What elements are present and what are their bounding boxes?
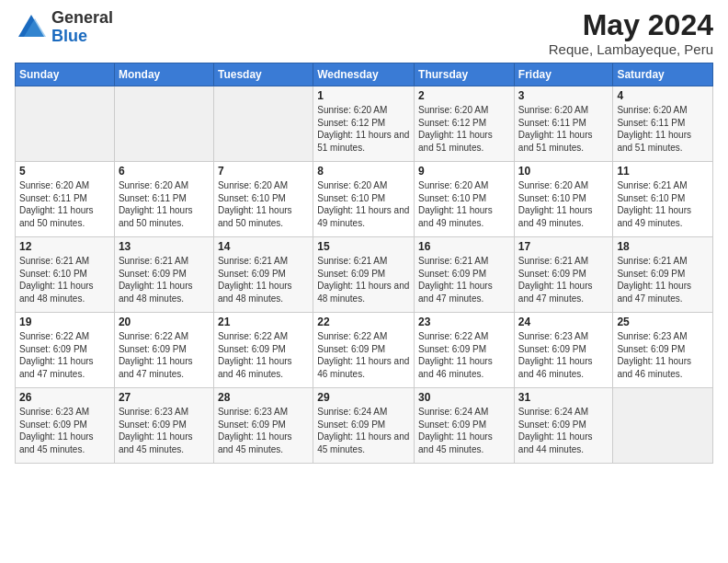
day-info: Sunrise: 6:22 AMSunset: 6:09 PMDaylight:… <box>19 330 110 380</box>
day-info: Sunrise: 6:20 AMSunset: 6:11 PMDaylight:… <box>518 104 609 154</box>
day-info: Sunrise: 6:20 AMSunset: 6:12 PMDaylight:… <box>317 104 410 154</box>
day-info: Sunrise: 6:21 AMSunset: 6:10 PMDaylight:… <box>617 179 709 229</box>
day-number: 14 <box>218 240 309 253</box>
day-number: 29 <box>317 391 410 404</box>
table-row: 21Sunrise: 6:22 AMSunset: 6:09 PMDayligh… <box>213 313 313 388</box>
subtitle: Reque, Lambayeque, Peru <box>549 41 713 57</box>
table-row: 24Sunrise: 6:23 AMSunset: 6:09 PMDayligh… <box>514 313 613 388</box>
calendar-week-2: 12Sunrise: 6:21 AMSunset: 6:10 PMDayligh… <box>16 237 713 313</box>
table-row: 8Sunrise: 6:20 AMSunset: 6:10 PMDaylight… <box>313 162 415 237</box>
table-row <box>114 86 213 162</box>
table-row: 6Sunrise: 6:20 AMSunset: 6:11 PMDaylight… <box>114 162 213 237</box>
table-row: 30Sunrise: 6:24 AMSunset: 6:09 PMDayligh… <box>415 388 515 464</box>
day-info: Sunrise: 6:24 AMSunset: 6:09 PMDaylight:… <box>518 406 609 455</box>
day-number: 1 <box>317 89 410 102</box>
day-number: 17 <box>518 240 609 253</box>
day-number: 2 <box>418 89 510 102</box>
day-info: Sunrise: 6:22 AMSunset: 6:09 PMDaylight:… <box>418 330 510 380</box>
day-info: Sunrise: 6:20 AMSunset: 6:11 PMDaylight:… <box>617 104 709 154</box>
day-info: Sunrise: 6:21 AMSunset: 6:09 PMDaylight:… <box>218 255 309 304</box>
logo-blue: Blue <box>51 28 113 46</box>
table-row: 31Sunrise: 6:24 AMSunset: 6:09 PMDayligh… <box>514 388 613 464</box>
day-info: Sunrise: 6:23 AMSunset: 6:09 PMDaylight:… <box>218 406 309 455</box>
day-number: 10 <box>518 165 609 178</box>
day-number: 30 <box>418 391 510 404</box>
day-info: Sunrise: 6:20 AMSunset: 6:10 PMDaylight:… <box>218 179 309 229</box>
day-number: 11 <box>617 165 709 178</box>
day-number: 5 <box>19 165 110 178</box>
table-row: 25Sunrise: 6:23 AMSunset: 6:09 PMDayligh… <box>613 313 713 388</box>
table-row: 3Sunrise: 6:20 AMSunset: 6:11 PMDaylight… <box>514 86 613 162</box>
calendar-week-4: 26Sunrise: 6:23 AMSunset: 6:09 PMDayligh… <box>16 388 713 464</box>
main-title: May 2024 <box>549 9 713 41</box>
day-info: Sunrise: 6:20 AMSunset: 6:11 PMDaylight:… <box>19 179 110 229</box>
table-row: 1Sunrise: 6:20 AMSunset: 6:12 PMDaylight… <box>313 86 415 162</box>
day-info: Sunrise: 6:20 AMSunset: 6:10 PMDaylight:… <box>317 179 410 229</box>
calendar-week-0: 1Sunrise: 6:20 AMSunset: 6:12 PMDaylight… <box>16 86 713 162</box>
day-number: 19 <box>19 316 110 328</box>
day-number: 31 <box>518 391 609 404</box>
table-row: 23Sunrise: 6:22 AMSunset: 6:09 PMDayligh… <box>415 313 515 388</box>
table-row: 9Sunrise: 6:20 AMSunset: 6:10 PMDaylight… <box>415 162 515 237</box>
table-row: 4Sunrise: 6:20 AMSunset: 6:11 PMDaylight… <box>613 86 713 162</box>
table-row: 2Sunrise: 6:20 AMSunset: 6:12 PMDaylight… <box>415 86 515 162</box>
table-row: 18Sunrise: 6:21 AMSunset: 6:09 PMDayligh… <box>613 237 713 313</box>
day-number: 26 <box>19 391 110 404</box>
day-info: Sunrise: 6:21 AMSunset: 6:09 PMDaylight:… <box>119 255 210 304</box>
weekday-header-row: Sunday Monday Tuesday Wednesday Thursday… <box>16 63 713 86</box>
table-row: 7Sunrise: 6:20 AMSunset: 6:10 PMDaylight… <box>213 162 313 237</box>
day-info: Sunrise: 6:20 AMSunset: 6:10 PMDaylight:… <box>518 179 609 229</box>
day-info: Sunrise: 6:21 AMSunset: 6:09 PMDaylight:… <box>317 255 410 304</box>
title-block: May 2024 Reque, Lambayeque, Peru <box>549 9 713 57</box>
day-info: Sunrise: 6:21 AMSunset: 6:09 PMDaylight:… <box>418 255 510 304</box>
header-monday: Monday <box>114 63 213 86</box>
day-number: 13 <box>119 240 210 253</box>
day-number: 9 <box>418 165 510 178</box>
day-info: Sunrise: 6:20 AMSunset: 6:11 PMDaylight:… <box>119 179 210 229</box>
day-number: 16 <box>418 240 510 253</box>
day-info: Sunrise: 6:21 AMSunset: 6:09 PMDaylight:… <box>518 255 609 304</box>
day-number: 15 <box>317 240 410 253</box>
day-info: Sunrise: 6:22 AMSunset: 6:09 PMDaylight:… <box>218 330 309 380</box>
day-number: 4 <box>617 89 709 102</box>
header-thursday: Thursday <box>415 63 515 86</box>
table-row: 27Sunrise: 6:23 AMSunset: 6:09 PMDayligh… <box>114 388 213 464</box>
day-info: Sunrise: 6:21 AMSunset: 6:10 PMDaylight:… <box>19 255 110 304</box>
table-row: 10Sunrise: 6:20 AMSunset: 6:10 PMDayligh… <box>514 162 613 237</box>
day-info: Sunrise: 6:20 AMSunset: 6:10 PMDaylight:… <box>418 179 510 229</box>
calendar: Sunday Monday Tuesday Wednesday Thursday… <box>15 63 713 464</box>
table-row: 15Sunrise: 6:21 AMSunset: 6:09 PMDayligh… <box>313 237 415 313</box>
day-number: 7 <box>218 165 309 178</box>
table-row: 5Sunrise: 6:20 AMSunset: 6:11 PMDaylight… <box>16 162 115 237</box>
table-row: 29Sunrise: 6:24 AMSunset: 6:09 PMDayligh… <box>313 388 415 464</box>
day-info: Sunrise: 6:20 AMSunset: 6:12 PMDaylight:… <box>418 104 510 154</box>
logo-general: General <box>51 9 113 28</box>
table-row: 26Sunrise: 6:23 AMSunset: 6:09 PMDayligh… <box>16 388 115 464</box>
table-row: 12Sunrise: 6:21 AMSunset: 6:10 PMDayligh… <box>16 237 115 313</box>
day-number: 6 <box>119 165 210 178</box>
day-info: Sunrise: 6:23 AMSunset: 6:09 PMDaylight:… <box>19 406 110 455</box>
day-number: 27 <box>119 391 210 404</box>
table-row: 22Sunrise: 6:22 AMSunset: 6:09 PMDayligh… <box>313 313 415 388</box>
header: General Blue May 2024 Reque, Lambayeque,… <box>15 9 713 57</box>
day-number: 22 <box>317 316 410 328</box>
day-number: 21 <box>218 316 309 328</box>
table-row <box>16 86 115 162</box>
day-info: Sunrise: 6:23 AMSunset: 6:09 PMDaylight:… <box>617 330 709 380</box>
day-info: Sunrise: 6:23 AMSunset: 6:09 PMDaylight:… <box>119 406 210 455</box>
day-info: Sunrise: 6:21 AMSunset: 6:09 PMDaylight:… <box>617 255 709 304</box>
day-number: 28 <box>218 391 309 404</box>
day-number: 25 <box>617 316 709 328</box>
day-number: 24 <box>518 316 609 328</box>
day-info: Sunrise: 6:22 AMSunset: 6:09 PMDaylight:… <box>119 330 210 380</box>
header-wednesday: Wednesday <box>313 63 415 86</box>
logo-text: General Blue <box>51 9 113 46</box>
table-row: 17Sunrise: 6:21 AMSunset: 6:09 PMDayligh… <box>514 237 613 313</box>
day-number: 3 <box>518 89 609 102</box>
day-number: 8 <box>317 165 410 178</box>
calendar-week-1: 5Sunrise: 6:20 AMSunset: 6:11 PMDaylight… <box>16 162 713 237</box>
table-row: 19Sunrise: 6:22 AMSunset: 6:09 PMDayligh… <box>16 313 115 388</box>
day-info: Sunrise: 6:22 AMSunset: 6:09 PMDaylight:… <box>317 330 410 380</box>
header-saturday: Saturday <box>613 63 713 86</box>
calendar-week-3: 19Sunrise: 6:22 AMSunset: 6:09 PMDayligh… <box>16 313 713 388</box>
